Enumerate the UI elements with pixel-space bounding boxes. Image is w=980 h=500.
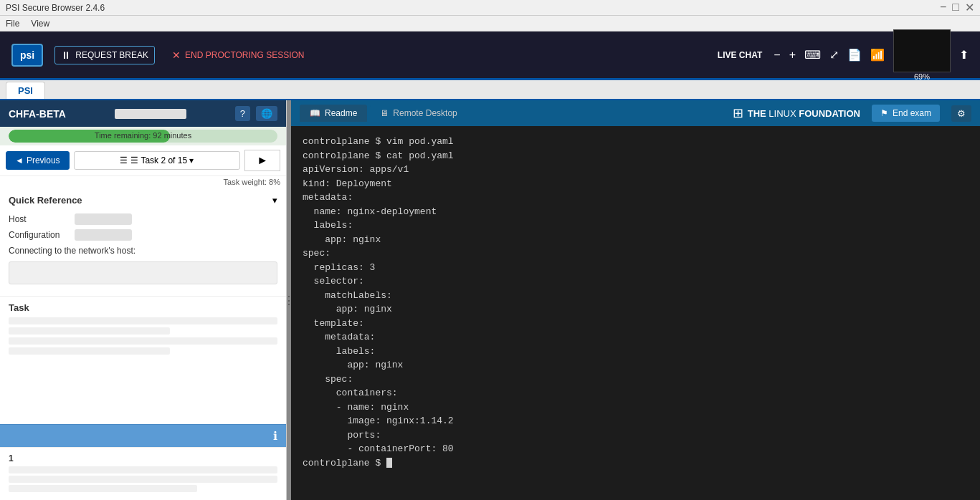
quick-ref-header[interactable]: Quick Reference ▾	[9, 195, 277, 206]
collapse-icon[interactable]: ⬆	[959, 48, 969, 62]
terminal-line-2: controlplane $ cat pod.yaml	[303, 149, 969, 163]
menu-file[interactable]: File	[6, 19, 19, 29]
prev-label: Previous	[27, 155, 60, 165]
config-label: Configuration	[9, 230, 66, 240]
zoom-label: 69%	[914, 72, 930, 81]
resize-icon[interactable]: ⤢	[829, 48, 839, 62]
maximize-btn[interactable]: □	[952, 1, 959, 14]
task-title: Task	[9, 302, 277, 313]
info-icon: ℹ	[273, 429, 277, 443]
task-line-3	[9, 337, 277, 345]
help-button[interactable]: ?	[235, 106, 250, 121]
host-value	[75, 213, 132, 225]
close-btn[interactable]: ✕	[965, 1, 974, 14]
terminal-line-13: app: nginx	[303, 302, 969, 317]
title-bar-controls: − □ ✕	[940, 1, 974, 14]
lf-square-icon: ⊞	[733, 105, 743, 121]
terminal-line-9: spec:	[303, 246, 969, 261]
terminal[interactable]: controlplane $ vim pod.yaml controlplane…	[291, 126, 980, 500]
toolbar-left: psi ⏸ REQUEST BREAK ✕ END PROCTORING SES…	[11, 44, 310, 67]
terminal-line-5: metadata:	[303, 191, 969, 205]
end-proc-label: END PROCTORING SESSION	[185, 50, 304, 60]
terminal-line-20: - name: nginx	[303, 400, 969, 415]
minus-icon[interactable]: −	[774, 49, 780, 62]
quick-reference-section: Quick Reference ▾ Host Configuration Con…	[0, 189, 286, 297]
panel-settings-button[interactable]: ⚙	[951, 105, 971, 122]
exam-title: CHFA-BETA	[9, 108, 66, 120]
left-panel: CHFA-BETA ? 🌐 Time remaining: 92 minutes…	[0, 100, 287, 500]
linux-foundation-text: THE LINUX FOUNDATION	[748, 108, 860, 119]
terminal-line-8: app: nginx	[303, 233, 969, 247]
config-row: Configuration	[9, 227, 277, 243]
terminal-line-19: containers:	[303, 386, 969, 400]
progress-bar-container: Time remaining: 92 minutes	[9, 130, 277, 143]
network-text: Connecting to the network's host:	[9, 243, 277, 259]
keyboard-icon[interactable]: ⌨	[804, 48, 821, 62]
chevron-down-icon: ▾	[272, 195, 277, 206]
menu-view[interactable]: View	[31, 19, 49, 29]
terminal-line-23: - containerPort: 80	[303, 442, 969, 456]
terminal-line-18: spec:	[303, 372, 969, 387]
x-icon: ✕	[172, 49, 181, 61]
title-bar: PSI Secure Browser 2.4.6 − □ ✕	[0, 0, 980, 16]
question-line-1	[9, 466, 277, 473]
question-line-2	[9, 476, 277, 483]
task-line-4	[9, 347, 170, 355]
readme-label: Readme	[325, 108, 357, 118]
exam-header-icons: ? 🌐	[235, 106, 277, 121]
quick-ref-content: Host Configuration Connecting to the net…	[9, 206, 277, 290]
next-button[interactable]: ►	[244, 150, 280, 171]
readme-tab[interactable]: 📖 Readme	[300, 105, 367, 122]
exam-header: CHFA-BETA ? 🌐	[0, 100, 286, 127]
terminal-line-6: name: nginx-deployment	[303, 205, 969, 219]
right-panel: 📖 Readme 🖥 Remote Desktop ⊞ THE LINUX FO…	[291, 100, 980, 500]
remote-desktop-label: Remote Desktop	[393, 108, 457, 118]
task-label: ☰ Task 2 of 15 ▾	[130, 155, 194, 165]
panel-tabs-right: ⊞ THE LINUX FOUNDATION ⚑ End exam ⚙	[733, 105, 971, 122]
globe-button[interactable]: 🌐	[256, 106, 277, 121]
desktop-icon: 🖥	[380, 108, 389, 118]
minimize-btn[interactable]: −	[940, 1, 946, 14]
terminal-line-14: template:	[303, 317, 969, 331]
request-break-button[interactable]: ⏸ REQUEST BREAK	[54, 46, 155, 64]
terminal-line-15: metadata:	[303, 330, 969, 345]
question-line-3	[9, 485, 197, 492]
camera-section: 69%	[893, 29, 951, 81]
terminal-line-12: matchLabels:	[303, 289, 969, 303]
quick-ref-title: Quick Reference	[9, 195, 82, 206]
terminal-prompt-line: controlplane $	[303, 456, 969, 471]
app-title: PSI Secure Browser 2.4.6	[6, 3, 105, 13]
terminal-cursor	[386, 458, 392, 468]
terminal-line-7: labels:	[303, 218, 969, 233]
pause-icon: ⏸	[61, 49, 71, 61]
terminal-line-10: replicas: 3	[303, 261, 969, 275]
host-label: Host	[9, 214, 66, 224]
terminal-line-16: labels:	[303, 345, 969, 359]
terminal-line-21: image: nginx:1.14.2	[303, 414, 969, 428]
right-panel-tabs: 📖 Readme 🖥 Remote Desktop ⊞ THE LINUX FO…	[291, 100, 980, 126]
task-section: Task	[0, 297, 286, 424]
remote-desktop-tab[interactable]: 🖥 Remote Desktop	[370, 105, 467, 122]
camera-preview	[893, 29, 951, 72]
exam-progress-indicator	[115, 109, 186, 119]
bottom-section: 1	[0, 447, 286, 500]
request-break-label: REQUEST BREAK	[75, 50, 148, 60]
previous-button[interactable]: ◄ Previous	[6, 151, 70, 170]
terminal-line-1: controlplane $ vim pod.yaml	[303, 135, 969, 149]
toolbar-icons: − + ⌨ ⤢ 📄 📶 69% ⬆	[774, 29, 969, 81]
time-remaining: Time remaining: 92 minutes	[9, 131, 277, 140]
toolbar-right: LIVE CHAT − + ⌨ ⤢ 📄 📶 69% ⬆	[718, 29, 969, 81]
top-toolbar: psi ⏸ REQUEST BREAK ✕ END PROCTORING SES…	[0, 32, 980, 80]
end-exam-button[interactable]: ⚑ End exam	[872, 105, 940, 122]
psi-logo: psi	[11, 44, 43, 67]
nav-section: ◄ Previous ☰ ☰ Task 2 of 15 ▾ ►	[0, 145, 286, 176]
end-proctoring-button[interactable]: ✕ END PROCTORING SESSION	[166, 47, 310, 64]
signal-icon[interactable]: 📶	[870, 48, 885, 62]
host-row: Host	[9, 211, 277, 227]
document-icon[interactable]: 📄	[847, 48, 862, 62]
plus-icon[interactable]: +	[789, 49, 796, 62]
flag-icon: ⚑	[880, 108, 888, 118]
psi-tab[interactable]: PSI	[6, 82, 45, 99]
task-indicator[interactable]: ☰ ☰ Task 2 of 15 ▾	[74, 151, 241, 170]
task-menu-icon: ☰	[120, 155, 128, 165]
